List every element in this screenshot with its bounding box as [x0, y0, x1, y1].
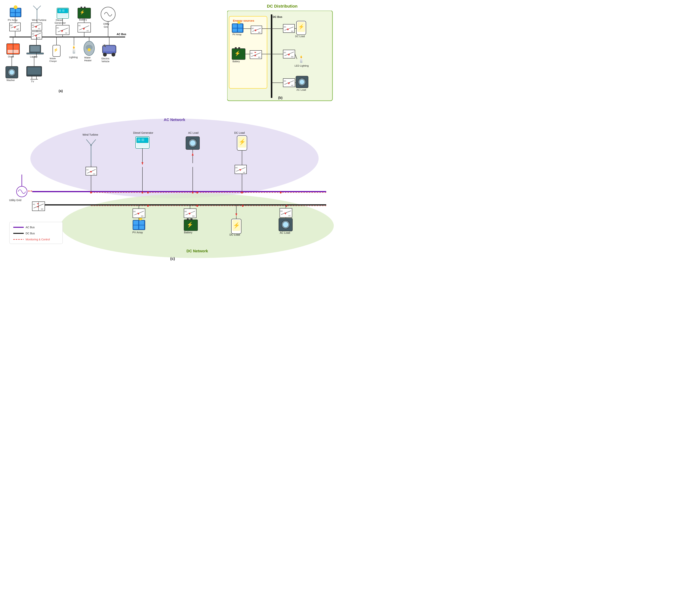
svg-text:DC: DC	[258, 31, 260, 34]
diagram-b: DC Distribution DC Bus Energy sources PV…	[227, 4, 337, 103]
svg-text:DC Load: DC Load	[229, 233, 240, 236]
svg-text:DC: DC	[184, 211, 187, 213]
svg-line-18	[33, 6, 37, 9]
svg-text:AC: AC	[38, 37, 40, 39]
svg-text:DC: DC	[280, 210, 283, 212]
svg-text:AC: AC	[65, 32, 68, 34]
svg-text:AC Bus: AC Bus	[117, 32, 126, 36]
svg-text:AC: AC	[38, 28, 40, 29]
dc-distribution-title: DC Distribution	[227, 4, 337, 9]
svg-rect-4	[16, 8, 20, 12]
svg-point-93	[112, 53, 115, 57]
diagram-a-svg: AC Bus PV Array DC AC	[4, 4, 146, 98]
top-row: AC Bus PV Array DC AC	[4, 4, 337, 103]
svg-text:AC: AC	[87, 30, 89, 32]
svg-point-242	[90, 192, 92, 194]
svg-marker-190	[31, 190, 32, 192]
svg-text:DC: DC	[141, 215, 143, 217]
svg-text:DC: DC	[235, 167, 238, 169]
svg-rect-216	[138, 138, 140, 141]
svg-text:AC Load: AC Load	[188, 131, 198, 134]
svg-rect-39	[58, 14, 68, 18]
svg-rect-270	[190, 218, 192, 220]
svg-text:DC: DC	[251, 52, 253, 54]
svg-point-245	[241, 192, 243, 194]
svg-point-246	[147, 192, 149, 194]
svg-point-251	[196, 205, 198, 207]
svg-text:🕯️: 🕯️	[69, 45, 78, 54]
svg-rect-269	[187, 218, 189, 220]
svg-marker-191	[28, 190, 29, 192]
svg-text:Charger: Charger	[49, 60, 57, 62]
svg-text:DC Load: DC Load	[295, 35, 305, 38]
svg-rect-137	[235, 47, 237, 49]
svg-text:(c): (c)	[170, 257, 175, 261]
svg-rect-125	[232, 28, 237, 32]
svg-text:⚡: ⚡	[53, 48, 58, 52]
svg-rect-67	[14, 45, 19, 49]
svg-rect-37	[59, 9, 61, 12]
svg-text:Generator: Generator	[54, 21, 66, 24]
svg-text:Battery: Battery	[232, 60, 240, 63]
svg-rect-50	[81, 7, 82, 8]
svg-rect-118	[271, 15, 272, 98]
svg-text:DC: DC	[284, 26, 286, 28]
svg-text:AC Network: AC Network	[164, 118, 185, 122]
svg-rect-138	[238, 47, 240, 49]
svg-rect-217	[141, 138, 144, 141]
svg-text:(b): (b)	[278, 96, 282, 100]
svg-point-127	[237, 21, 241, 24]
svg-rect-38	[62, 9, 65, 12]
svg-text:DC: DC	[251, 27, 254, 29]
svg-text:Utility: Utility	[103, 22, 109, 25]
svg-point-92	[103, 53, 107, 57]
svg-text:🔌: 🔌	[103, 44, 106, 47]
svg-rect-126	[238, 28, 242, 32]
svg-text:(a): (a)	[59, 89, 63, 93]
svg-text:Grid: Grid	[104, 25, 109, 28]
svg-rect-258	[139, 225, 144, 229]
svg-text:AC: AC	[86, 169, 89, 171]
svg-rect-66	[7, 45, 13, 49]
svg-text:AC: AC	[243, 172, 245, 173]
svg-text:Monitoring & Control: Monitoring & Control	[26, 238, 50, 241]
svg-text:AC: AC	[93, 173, 95, 175]
svg-text:Lighting: Lighting	[69, 56, 78, 59]
svg-point-225	[190, 140, 195, 146]
svg-point-243	[141, 192, 143, 194]
svg-text:Wind Turbine: Wind Turbine	[32, 19, 46, 21]
svg-point-289	[283, 222, 288, 227]
svg-text:DC Network: DC Network	[186, 249, 208, 253]
svg-point-177	[300, 80, 304, 84]
svg-point-86	[88, 48, 91, 51]
svg-text:⚡: ⚡	[79, 10, 85, 15]
svg-text:Diesel: Diesel	[56, 19, 63, 21]
svg-text:Water: Water	[84, 56, 91, 59]
svg-text:Diesel Generator: Diesel Generator	[133, 131, 153, 134]
svg-text:Heater: Heater	[84, 59, 92, 62]
svg-rect-255	[133, 221, 138, 225]
svg-rect-256	[139, 221, 144, 225]
svg-text:PV Array: PV Array	[132, 231, 143, 234]
svg-text:⚡: ⚡	[238, 138, 246, 145]
svg-rect-257	[133, 225, 138, 229]
svg-point-100	[9, 70, 14, 74]
svg-text:DC: DC	[258, 56, 260, 58]
svg-rect-5	[10, 13, 15, 16]
svg-point-247	[196, 192, 198, 194]
svg-text:DC: DC	[192, 215, 195, 217]
svg-point-244	[192, 192, 194, 194]
svg-line-19	[37, 6, 41, 9]
svg-text:Washer: Washer	[6, 79, 15, 82]
svg-text:⚡: ⚡	[298, 24, 304, 30]
svg-text:DC Bus: DC Bus	[26, 232, 35, 235]
svg-text:🕯️: 🕯️	[297, 55, 305, 63]
svg-text:DC: DC	[56, 27, 59, 29]
svg-text:DC: DC	[284, 51, 286, 53]
svg-text:Vehicle: Vehicle	[101, 60, 109, 63]
svg-point-181	[30, 118, 319, 198]
svg-text:Wind Turbine: Wind Turbine	[83, 133, 98, 136]
svg-text:Utility Grid: Utility Grid	[9, 199, 21, 202]
svg-text:AC Load: AC Load	[296, 88, 306, 91]
svg-text:DC: DC	[291, 56, 294, 58]
